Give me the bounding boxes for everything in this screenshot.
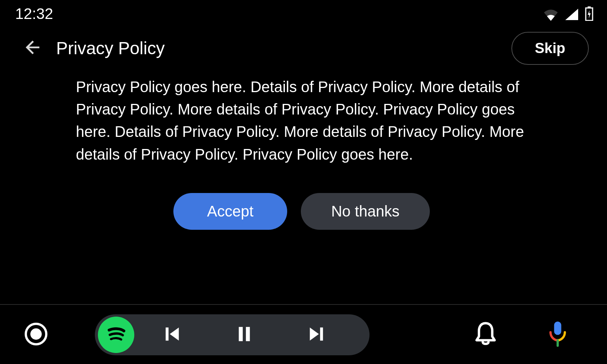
svg-rect-5 [239, 327, 242, 341]
policy-text: Privacy Policy goes here. Details of Pri… [76, 76, 527, 166]
previous-track-button[interactable] [138, 316, 206, 354]
action-buttons: Accept No thanks [76, 193, 527, 230]
skip-button[interactable]: Skip [511, 32, 589, 65]
header: Privacy Policy Skip [0, 27, 607, 69]
accept-button[interactable]: Accept [173, 193, 287, 230]
status-time: 12:32 [15, 5, 53, 22]
wifi-icon [543, 9, 558, 21]
svg-rect-6 [246, 327, 250, 341]
play-pause-button[interactable] [210, 316, 278, 354]
main-content: Privacy Policy goes here. Details of Pri… [0, 69, 607, 230]
skip-previous-icon [162, 324, 182, 345]
arrow-left-icon [23, 37, 44, 59]
media-controls [95, 314, 370, 355]
media-app-button[interactable] [98, 317, 134, 353]
status-icons [543, 6, 593, 21]
svg-rect-8 [554, 321, 561, 334]
bottom-divider [0, 304, 607, 305]
home-button[interactable] [23, 322, 49, 348]
voice-assistant-button[interactable] [543, 320, 573, 350]
pause-icon [235, 324, 254, 346]
battery-charging-icon [585, 6, 593, 21]
status-bar: 12:32 [0, 0, 607, 27]
cellular-icon [565, 8, 579, 21]
spotify-icon [104, 322, 129, 348]
svg-point-3 [30, 328, 42, 340]
svg-rect-7 [320, 327, 323, 340]
svg-rect-4 [166, 327, 169, 340]
next-track-button[interactable] [282, 316, 351, 354]
notifications-button[interactable] [470, 320, 501, 350]
skip-next-icon [307, 324, 326, 345]
back-button[interactable] [20, 35, 47, 62]
decline-button[interactable]: No thanks [301, 193, 430, 230]
nav-right [470, 320, 573, 350]
bell-icon [474, 321, 497, 348]
page-title: Privacy Policy [56, 38, 511, 58]
microphone-icon [548, 320, 568, 349]
circle-home-icon [24, 322, 48, 347]
nav-bar [0, 305, 607, 364]
